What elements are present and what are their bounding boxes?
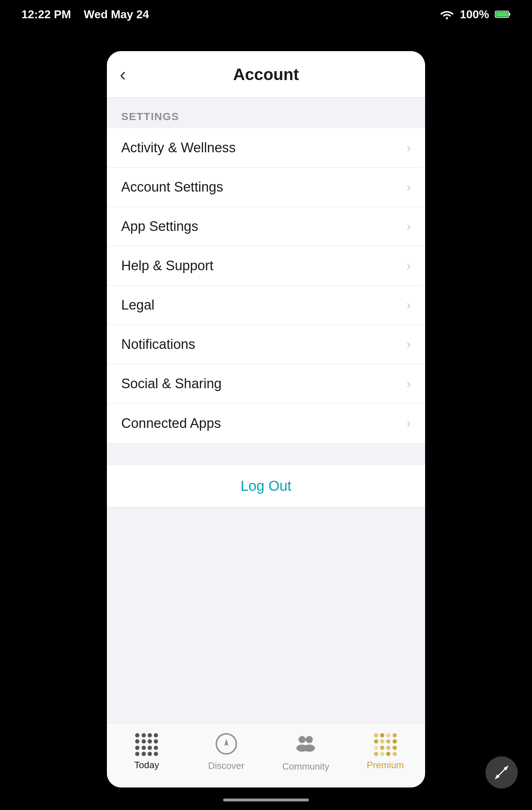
tab-premium[interactable]: Premium — [346, 733, 425, 771]
date: Wed May 24 — [84, 8, 149, 21]
settings-item-help-support[interactable]: Help & Support › — [107, 246, 425, 286]
settings-item-label: Activity & Wellness — [121, 140, 236, 155]
status-time: 12:22 PM Wed May 24 — [21, 8, 149, 21]
discover-icon — [215, 732, 238, 757]
svg-point-7 — [299, 736, 306, 743]
time: 12:22 PM — [21, 8, 71, 21]
tab-today-label: Today — [134, 760, 159, 771]
resize-button[interactable] — [486, 756, 518, 789]
settings-item-label: App Settings — [121, 219, 198, 234]
chevron-icon: › — [407, 417, 411, 430]
status-bar: 12:22 PM Wed May 24 100% — [0, 0, 532, 29]
today-icon — [135, 733, 158, 756]
back-button[interactable]: ‹ — [120, 65, 126, 84]
logout-button[interactable]: Log Out — [241, 478, 291, 494]
settings-item-legal[interactable]: Legal › — [107, 286, 425, 325]
bottom-spacer — [107, 507, 425, 529]
settings-item-notifications[interactable]: Notifications › — [107, 325, 425, 364]
tab-discover[interactable]: Discover — [187, 732, 266, 771]
premium-icon — [374, 733, 397, 756]
svg-point-8 — [306, 736, 313, 743]
svg-point-0 — [446, 17, 448, 19]
page-title: Account — [233, 65, 299, 84]
settings-list: Activity & Wellness › Account Settings ›… — [107, 128, 425, 443]
community-icon — [294, 732, 318, 757]
battery-text: 100% — [460, 8, 489, 21]
tab-community-label: Community — [282, 761, 329, 772]
tab-bar: Today Discover — [107, 723, 425, 787]
tab-today[interactable]: Today — [107, 733, 187, 771]
content-area: SETTINGS Activity & Wellness › Account S… — [107, 98, 425, 723]
home-indicator — [223, 799, 309, 801]
settings-item-activity-wellness[interactable]: Activity & Wellness › — [107, 128, 425, 168]
phone-wrapper: 12:22 PM Wed May 24 100% ‹ Account — [0, 0, 532, 810]
settings-item-connected-apps[interactable]: Connected Apps › — [107, 404, 425, 443]
chevron-icon: › — [407, 299, 411, 312]
wifi-icon — [440, 9, 454, 20]
settings-section-header: SETTINGS — [107, 98, 425, 128]
logout-section[interactable]: Log Out — [107, 464, 425, 507]
chevron-icon: › — [407, 181, 411, 194]
chevron-icon: › — [407, 220, 411, 233]
tab-discover-label: Discover — [208, 760, 244, 771]
chevron-icon: › — [407, 377, 411, 390]
svg-rect-3 — [496, 12, 508, 17]
app-container: ‹ Account SETTINGS Activity & Wellness ›… — [107, 51, 425, 787]
svg-point-10 — [304, 745, 315, 752]
nav-header: ‹ Account — [107, 51, 425, 98]
chevron-icon: › — [407, 338, 411, 351]
chevron-icon: › — [407, 142, 411, 154]
settings-item-label: Legal — [121, 297, 154, 313]
battery-icon — [495, 10, 511, 19]
settings-label: SETTINGS — [121, 110, 179, 122]
settings-item-account-settings[interactable]: Account Settings › — [107, 168, 425, 207]
svg-rect-2 — [509, 13, 510, 16]
spacer-block — [107, 443, 425, 464]
tab-premium-label: Premium — [367, 760, 404, 771]
settings-item-app-settings[interactable]: App Settings › — [107, 207, 425, 246]
status-right: 100% — [440, 8, 511, 21]
settings-item-label: Connected Apps — [121, 416, 221, 431]
tab-community[interactable]: Community — [266, 732, 346, 772]
settings-item-social-sharing[interactable]: Social & Sharing › — [107, 364, 425, 404]
settings-item-label: Account Settings — [121, 179, 223, 195]
settings-item-label: Help & Support — [121, 258, 213, 273]
settings-item-label: Social & Sharing — [121, 376, 222, 391]
svg-point-6 — [225, 743, 227, 745]
chevron-icon: › — [407, 260, 411, 272]
settings-item-label: Notifications — [121, 337, 195, 352]
